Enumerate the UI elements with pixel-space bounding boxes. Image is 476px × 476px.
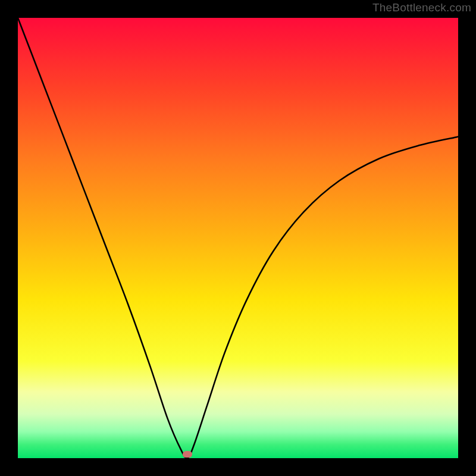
curve-svg bbox=[18, 18, 458, 458]
chart-container: TheBottleneck.com bbox=[0, 0, 476, 476]
bottleneck-curve bbox=[18, 18, 458, 458]
optimal-point-marker bbox=[183, 451, 192, 458]
watermark-text: TheBottleneck.com bbox=[372, 1, 471, 14]
plot-area bbox=[18, 18, 458, 458]
